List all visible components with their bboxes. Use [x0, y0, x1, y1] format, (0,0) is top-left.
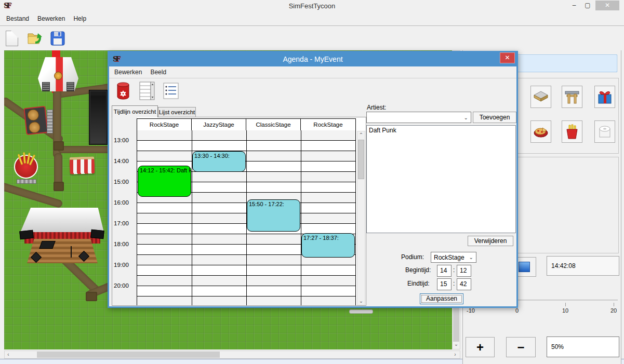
end-time-label: Eindtijd:	[407, 280, 430, 287]
scroll-right-icon[interactable]: ›	[452, 351, 459, 358]
delete-button[interactable]	[114, 82, 132, 100]
column-divider	[301, 130, 301, 306]
save-icon	[50, 31, 65, 46]
remove-artist-button[interactable]: Verwijderen	[468, 236, 513, 246]
table-view-button[interactable]	[138, 82, 156, 100]
time-label: 13:00	[114, 137, 137, 143]
zoom-level-field[interactable]: 50%	[547, 336, 619, 357]
timeline-grid-panel: RockStageJazzyStageClassicStageRockStage…	[112, 117, 366, 306]
terrain-tile-button[interactable]	[530, 86, 551, 108]
menu-item-help[interactable]: Help	[69, 14, 90, 24]
fry	[17, 154, 23, 165]
run-square-icon	[519, 262, 530, 272]
toilet-roll-icon	[598, 125, 612, 139]
slider-tick-label: -10	[463, 307, 479, 314]
burger-icon	[28, 121, 41, 133]
end-hour-field[interactable]: 15	[437, 278, 452, 290]
new-file-icon	[6, 31, 18, 46]
end-minute-field[interactable]: 42	[457, 278, 471, 290]
main-stage-object[interactable]	[20, 208, 104, 266]
fries-button[interactable]	[562, 120, 582, 143]
chevron-down-icon: ⌄	[469, 254, 473, 260]
burger-icon	[27, 109, 39, 121]
column-header: RockStage	[137, 119, 192, 130]
tab-list-overview[interactable]: Lijst overzicht	[158, 107, 196, 117]
agenda-dialog: SF Agenda - MyEvent ✕ BewerkenBeeld	[108, 51, 518, 308]
event-block[interactable]: 13:30 - 14:30:	[192, 151, 246, 172]
scroll-down-icon[interactable]: ⌄	[357, 298, 365, 305]
table-view-icon	[139, 82, 155, 100]
main-menubar: BestandBewerkenHelp	[0, 11, 624, 26]
event-block[interactable]: 17:27 - 18:37:	[301, 233, 355, 258]
fries-icon	[565, 124, 579, 140]
slider-tick-label: 0	[509, 307, 525, 314]
timeline-grid[interactable]: 14:12 - 15:42: Daft Punk13:30 - 14:30:15…	[137, 130, 356, 306]
dialog-close-button[interactable]: ✕	[500, 52, 515, 63]
close-button[interactable]: ✕	[595, 1, 619, 10]
begin-minute-field[interactable]: 12	[457, 265, 471, 277]
stage-speaker	[90, 230, 104, 239]
main-toolbar	[0, 26, 624, 50]
podium-label: Podium:	[401, 253, 424, 261]
burger-stand-object[interactable]	[23, 106, 48, 135]
event-block[interactable]: 14:12 - 15:42: Daft Punk	[138, 166, 191, 197]
pizza-icon	[533, 126, 549, 138]
scroll-down-icon[interactable]: ⌄	[453, 341, 460, 348]
tent-object[interactable]	[38, 57, 78, 91]
list-view-button[interactable]	[162, 82, 180, 100]
save-button[interactable]	[49, 29, 67, 48]
chevron-down-icon: ⌄	[464, 115, 468, 120]
speaker-tower-object[interactable]	[89, 90, 108, 145]
artist-list-item[interactable]: Daft Punk	[369, 127, 513, 134]
mic-stand	[71, 246, 72, 258]
new-file-button[interactable]	[3, 29, 21, 48]
dialog-titlebar[interactable]: SF Agenda - MyEvent ✕	[109, 52, 516, 66]
zoom-in-button[interactable]: +	[466, 337, 495, 357]
add-artist-button[interactable]: Toevoegen	[473, 112, 516, 123]
slider-tick	[565, 303, 566, 306]
apply-button[interactable]: Aanpassen	[420, 293, 463, 304]
dialog-menu-item-bewerken[interactable]: Bewerken	[110, 67, 146, 77]
scroll-up-icon[interactable]: ⌃	[357, 131, 365, 139]
pizza-button[interactable]	[530, 120, 551, 143]
time-colon: :	[453, 280, 455, 287]
column-header: RockStage	[301, 119, 355, 130]
tent-logo	[54, 72, 62, 80]
bench[interactable]	[47, 110, 53, 133]
menu-item-bewerken[interactable]: Bewerken	[33, 14, 69, 24]
time-label: 19:00	[114, 262, 137, 268]
minimize-button[interactable]: –	[567, 2, 581, 10]
game-horizontal-scrollbar[interactable]: ‹ ›	[4, 350, 460, 359]
drum-kit	[39, 241, 55, 249]
toilet-roll-button[interactable]	[594, 120, 615, 143]
scroll-left-icon[interactable]: ‹	[5, 351, 12, 358]
stage-speaker	[19, 230, 34, 240]
open-file-button[interactable]	[26, 29, 44, 48]
fries-stand-object[interactable]	[14, 155, 38, 179]
torii-gate-button[interactable]	[562, 86, 582, 108]
gift-button[interactable]	[594, 86, 615, 108]
zoom-out-button[interactable]: −	[506, 337, 536, 357]
time-label: 14:00	[114, 158, 137, 164]
road-junction	[86, 292, 97, 301]
road	[58, 146, 113, 153]
scrollbar-thumb[interactable]	[358, 140, 364, 179]
window-title: SimFestTycoon	[0, 2, 624, 10]
grid-vertical-scrollbar[interactable]: ⌃ ⌄	[357, 131, 365, 305]
begin-hour-field[interactable]: 14	[437, 265, 452, 277]
podium-combobox[interactable]: RockStage ⌄	[431, 252, 476, 263]
scrollbar-thumb[interactable]	[37, 352, 220, 358]
maximize-button[interactable]: ▢	[581, 2, 594, 10]
striped-stand-object[interactable]	[69, 156, 95, 174]
bench[interactable]	[17, 179, 36, 184]
artist-listbox[interactable]: Daft Punk	[366, 125, 516, 233]
stage-column-headers: RockStageJazzyStageClassicStageRockStage	[137, 118, 356, 131]
tab-timeline-overview[interactable]: Tijdlijn overzicht	[112, 105, 158, 117]
time-gutter	[112, 117, 137, 306]
grill-icon	[42, 82, 50, 91]
artist-combobox[interactable]: ⌄	[366, 112, 471, 123]
event-block[interactable]: 15:50 - 17:22:	[247, 199, 300, 231]
menu-item-bestand[interactable]: Bestand	[2, 14, 33, 24]
dialog-menu-item-beeld[interactable]: Beeld	[146, 67, 170, 77]
game-object-partial	[349, 309, 373, 314]
